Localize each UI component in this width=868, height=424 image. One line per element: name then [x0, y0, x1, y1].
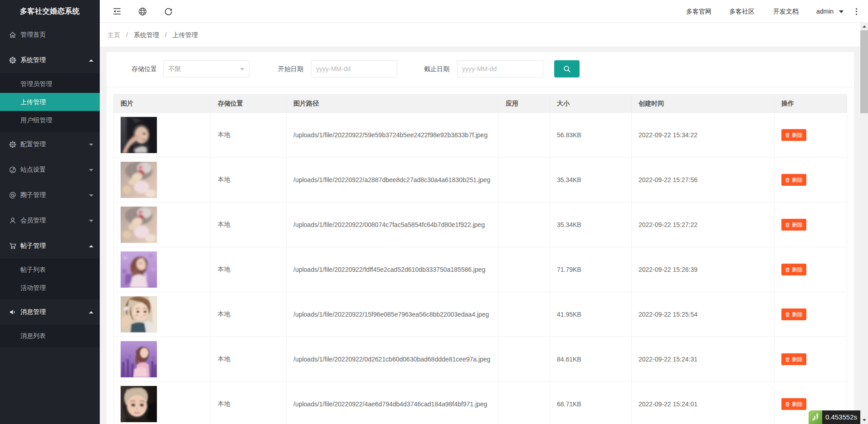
table-row: 本地 /uploads/1/file/20220922/0d2621cb60d0… [114, 337, 847, 382]
scrollbar-thumb[interactable] [860, 30, 868, 113]
sidebar-item-label: 站点设置 [20, 166, 46, 174]
cell-storage: 本地 [211, 337, 287, 382]
cell-size: 71.79KB [550, 247, 632, 292]
table-row: 本地 /uploads/1/file/20220922/15f96e085e79… [114, 292, 847, 337]
sidebar-item-upload-manage[interactable]: 上传管理 [0, 93, 100, 111]
col-header-size: 大小 [550, 95, 632, 113]
end-date-input[interactable] [457, 60, 543, 77]
topbar-link-dev-docs[interactable]: 开发文档 [773, 0, 799, 23]
delete-button[interactable]: 删除 [781, 264, 806, 275]
sidebar-item-post-list[interactable]: 帖子列表 [0, 260, 100, 279]
table-header-row: 图片 存储位置 图片路径 应用 大小 创建时间 操作 [114, 95, 847, 113]
breadcrumb-home[interactable]: 主页 [107, 31, 120, 39]
sidebar-item-circle[interactable]: 圈子管理 [0, 183, 100, 208]
cell-size: 41.95KB [550, 292, 632, 337]
collapse-sidebar-icon[interactable] [108, 0, 126, 23]
sidebar-nav: 管理首页 系统管理 管理员管理 上传管理 用户组管理 配置 [0, 22, 100, 347]
cell-size: 56.83KB [550, 113, 632, 158]
delete-button[interactable]: 删除 [781, 219, 806, 231]
cell-path: /uploads/1/file/20220922/a2887dbee8dc27a… [287, 158, 499, 202]
scroll-up-icon[interactable] [860, 23, 868, 30]
table-row: 本地 /uploads/1/file/20220922/a2887dbee8dc… [114, 158, 847, 202]
scroll-down-icon[interactable] [860, 416, 868, 424]
chevron-down-icon [89, 194, 93, 197]
delete-button[interactable]: 删除 [781, 308, 806, 320]
col-header-actions: 操作 [775, 95, 847, 113]
topbar: 多客官网 多客社区 开发文档 admin [100, 0, 868, 23]
delete-button[interactable]: 删除 [781, 129, 806, 141]
cell-path: /uploads/1/file/20220922/59e59b3724b5ee2… [287, 113, 499, 158]
sidebar-item-site[interactable]: 站点设置 [0, 157, 100, 183]
lavender-field-girl-photo [121, 341, 157, 377]
breadcrumb-system: 系统管理 [134, 31, 159, 39]
cell-path: /uploads/1/file/20220922/4ae6d794db4d374… [287, 382, 499, 424]
search-button[interactable] [554, 60, 580, 77]
cell-storage: 本地 [211, 202, 287, 247]
sidebar-submenu-system: 管理员管理 上传管理 用户组管理 [0, 73, 100, 132]
delete-button[interactable]: 删除 [781, 398, 806, 410]
more-vertical-icon[interactable] [851, 0, 862, 23]
cell-size: 68.71KB [550, 382, 632, 424]
thinkphp-logo-icon[interactable] [809, 410, 822, 424]
cell-storage: 本地 [211, 247, 287, 292]
start-date-label: 开始日期 [278, 60, 303, 77]
sidebar-item-message-list[interactable]: 消息列表 [0, 327, 100, 345]
start-date-input[interactable] [311, 60, 397, 77]
sidebar-item-usergroup-manage[interactable]: 用户组管理 [0, 111, 100, 129]
sidebar-item-label: 帖子管理 [20, 242, 46, 250]
main-content: 存储位置 不限 开始日期 截止日期 图片 存储位置 图片路径 [100, 47, 860, 424]
delete-button[interactable]: 删除 [781, 174, 806, 186]
sidebar-item-system[interactable]: 系统管理 管理员管理 上传管理 用户组管理 [0, 48, 100, 132]
sidebar-item-message[interactable]: 消息管理 消息列表 [0, 299, 100, 347]
sidebar-item-admin-manage[interactable]: 管理员管理 [0, 75, 100, 93]
breadcrumb-current: 上传管理 [172, 31, 198, 39]
storage-select[interactable]: 不限 [163, 60, 249, 77]
cell-app [499, 202, 550, 247]
kitten-photo [121, 207, 157, 243]
breadcrumb-separator: / [126, 31, 128, 39]
col-header-created: 创建时间 [632, 95, 775, 113]
search-icon [563, 65, 571, 73]
language-globe-icon[interactable] [133, 0, 151, 23]
at-icon [9, 192, 16, 199]
home-icon [9, 31, 16, 39]
cell-created: 2022-09-22 15:24:01 [632, 382, 775, 424]
end-date-label: 截止日期 [424, 60, 449, 77]
app-title: 多客社交婚恋系统 [0, 0, 100, 22]
topbar-link-official-site[interactable]: 多客官网 [686, 0, 712, 23]
cell-path: /uploads/1/file/20220922/fdff45e2cad52d6… [287, 247, 499, 292]
cell-path: /uploads/1/file/20220922/0d2621cb60d0630… [287, 337, 499, 382]
refresh-icon[interactable] [159, 0, 177, 23]
cell-storage: 本地 [211, 158, 287, 202]
sidebar-item-label: 配置管理 [20, 140, 46, 149]
sidebar-item-home[interactable]: 管理首页 [0, 22, 100, 48]
cell-app [499, 158, 550, 202]
cell-created: 2022-09-22 15:34:22 [632, 113, 775, 158]
lavender-girl-photo [121, 251, 157, 288]
cell-path: /uploads/1/file/20220922/15f96e085e7963e… [287, 292, 499, 337]
cell-created: 2022-09-22 15:25:54 [632, 292, 775, 337]
vertical-scrollbar[interactable] [860, 23, 868, 424]
sidebar-item-label: 圈子管理 [20, 191, 46, 199]
user-name: admin [816, 8, 834, 15]
uploads-table: 图片 存储位置 图片路径 应用 大小 创建时间 操作 本地 [113, 94, 847, 424]
cell-created: 2022-09-22 15:27:22 [632, 202, 775, 247]
kitten-photo [121, 162, 157, 198]
cell-storage: 本地 [211, 292, 287, 337]
sidebar-item-post[interactable]: 帖子管理 帖子列表 活动管理 [0, 233, 100, 299]
sidebar-item-activity-manage[interactable]: 活动管理 [0, 279, 100, 297]
chevron-down-icon [89, 144, 93, 146]
chevron-down-icon [240, 68, 244, 71]
sidebar-item-member[interactable]: 会员管理 [0, 208, 100, 233]
cell-app [499, 337, 550, 382]
sidebar-item-config[interactable]: 配置管理 [0, 132, 100, 157]
sidebar-item-label: 系统管理 [20, 56, 46, 64]
user-menu[interactable]: admin [816, 0, 844, 23]
delete-button[interactable]: 删除 [781, 353, 806, 365]
topbar-link-community[interactable]: 多客社区 [729, 0, 755, 23]
table-panel: 图片 存储位置 图片路径 应用 大小 创建时间 操作 本地 [107, 87, 854, 424]
cell-created: 2022-09-22 15:26:39 [632, 247, 775, 292]
chevron-up-icon [89, 245, 93, 247]
breadcrumb: 主页 / 系统管理 / 上传管理 [100, 23, 860, 47]
chevron-down-icon [89, 220, 93, 222]
